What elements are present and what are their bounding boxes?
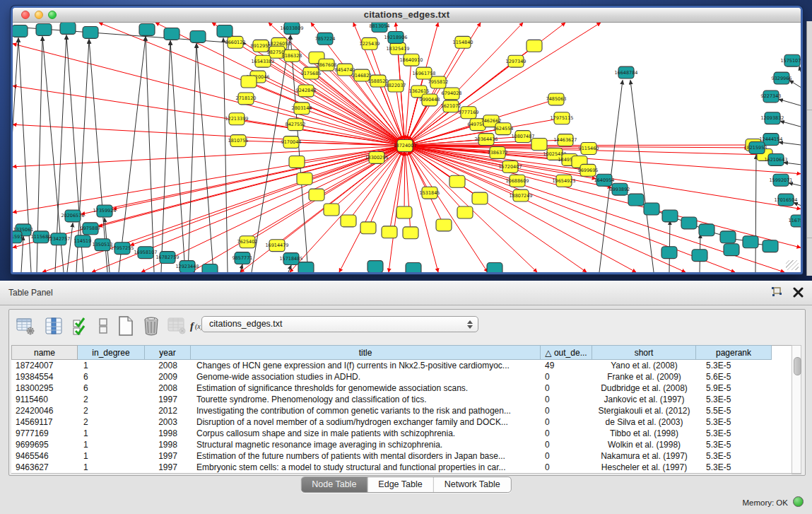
cell[interactable]: 0 bbox=[541, 439, 592, 450]
graph-node[interactable] bbox=[487, 263, 502, 272]
graph-node[interactable] bbox=[13, 25, 28, 37]
show-columns-icon[interactable] bbox=[43, 315, 64, 337]
cell[interactable]: 0 bbox=[541, 394, 592, 405]
cell[interactable]: 1997 bbox=[145, 450, 191, 462]
graph-node[interactable] bbox=[289, 156, 305, 168]
column-header-pagerank[interactable]: pagerank bbox=[696, 345, 772, 360]
graph-node[interactable] bbox=[367, 261, 383, 272]
cell[interactable]: Dudbridge et al. (2008) bbox=[592, 382, 696, 394]
cell[interactable]: 9777169 bbox=[11, 428, 78, 439]
cell[interactable]: 0 bbox=[541, 416, 592, 428]
cell[interactable]: 18724007 bbox=[11, 360, 78, 371]
cell[interactable]: 18300295 bbox=[11, 382, 78, 394]
cell[interactable]: 0 bbox=[541, 371, 592, 382]
graph-node[interactable] bbox=[449, 175, 465, 187]
cell[interactable]: 5.3E-5 bbox=[696, 462, 772, 473]
cell[interactable]: 9699695 bbox=[11, 439, 78, 450]
cell[interactable]: de Silva et al. (2003) bbox=[592, 416, 696, 428]
graph-node[interactable] bbox=[531, 139, 547, 151]
select-rows-icon[interactable] bbox=[70, 315, 91, 337]
cell[interactable]: 5.3E-5 bbox=[696, 394, 772, 405]
graph-node[interactable] bbox=[457, 206, 473, 218]
graph-node[interactable] bbox=[241, 76, 257, 88]
graph-node[interactable] bbox=[743, 236, 758, 248]
table-row[interactable]: 1830029562008Estimation of significance … bbox=[11, 382, 792, 394]
cell[interactable]: 2003 bbox=[145, 416, 191, 428]
network-canvas[interactable]: 1872400718300295866012389129551822605898… bbox=[13, 23, 801, 272]
network-graph[interactable]: 1872400718300295866012389129551822605898… bbox=[13, 23, 801, 272]
cell[interactable]: Nakamura et al. (1997) bbox=[592, 450, 696, 462]
graph-node[interactable] bbox=[681, 217, 697, 229]
cell[interactable]: 0 bbox=[541, 405, 592, 416]
cell[interactable]: 2008 bbox=[145, 360, 191, 371]
column-header-in-degree[interactable]: in_degree bbox=[78, 345, 145, 360]
cell[interactable]: Estimation of significance thresholds fo… bbox=[191, 382, 541, 394]
graph-node[interactable] bbox=[164, 28, 180, 40]
cell[interactable]: Wolkin et al. (1998) bbox=[592, 439, 696, 450]
cell[interactable]: Stergiakouli et al. (2012) bbox=[592, 405, 696, 416]
cell[interactable]: Genome-wide association studies in ADHD. bbox=[191, 371, 541, 382]
cell[interactable]: 2009 bbox=[145, 371, 191, 382]
cell[interactable]: 1998 bbox=[145, 439, 191, 450]
column-header-out-de-[interactable]: △ out_de... bbox=[541, 345, 592, 360]
cell[interactable]: 5.9E-5 bbox=[696, 382, 772, 394]
graph-node[interactable] bbox=[644, 203, 659, 215]
graph-node[interactable] bbox=[472, 192, 488, 204]
table-panel-header[interactable]: Table Panel bbox=[0, 281, 812, 305]
table-vertical-scrollbar[interactable] bbox=[792, 345, 801, 474]
table-row[interactable]: 1872400712008Changes of HCN gene express… bbox=[11, 360, 792, 371]
cell[interactable]: 2012 bbox=[145, 405, 191, 416]
cell[interactable]: 9463627 bbox=[11, 462, 78, 473]
table-row[interactable]: 946554611997Estimation of the future num… bbox=[11, 450, 792, 462]
cell[interactable]: Yano et al. (2008) bbox=[592, 360, 696, 371]
table-row[interactable]: 977716911998Corpus callosum shape and si… bbox=[11, 428, 792, 439]
graph-node[interactable] bbox=[190, 30, 206, 42]
graph-node[interactable] bbox=[436, 219, 452, 231]
graph-node[interactable] bbox=[341, 215, 356, 227]
cell[interactable]: 2 bbox=[78, 405, 145, 416]
cell[interactable]: 2 bbox=[78, 416, 145, 428]
window-resize-grip[interactable] bbox=[786, 260, 799, 270]
cell[interactable]: 2 bbox=[78, 394, 145, 405]
table-selector-dropdown[interactable]: citations_edges.txt bbox=[201, 316, 478, 332]
tab-node-table[interactable]: Node Table bbox=[301, 477, 367, 492]
cell[interactable]: Hescheler et al. (1997) bbox=[592, 462, 696, 473]
graph-node[interactable] bbox=[139, 23, 155, 35]
cell[interactable]: Franke et al. (2009) bbox=[592, 371, 696, 382]
column-header-short[interactable]: short bbox=[592, 345, 696, 360]
graph-node[interactable] bbox=[403, 227, 418, 239]
column-header-title[interactable]: title bbox=[191, 345, 541, 360]
table-row[interactable]: 2242004622012Investigating the contribut… bbox=[11, 405, 792, 416]
graph-node[interactable] bbox=[60, 23, 76, 34]
cell[interactable]: Changes of HCN gene expression and I(f) … bbox=[191, 360, 541, 371]
cell[interactable]: 1997 bbox=[145, 462, 191, 473]
graph-node[interactable] bbox=[662, 210, 678, 222]
tab-network-table[interactable]: Network Table bbox=[433, 477, 511, 492]
graph-node[interactable] bbox=[382, 226, 397, 238]
graph-node[interactable] bbox=[628, 194, 644, 206]
cell[interactable]: 0 bbox=[541, 462, 592, 473]
cell[interactable]: 1 bbox=[78, 462, 145, 473]
cell[interactable]: 49 bbox=[541, 360, 592, 371]
graph-node[interactable] bbox=[396, 206, 412, 218]
cell[interactable]: Disruption of a novel member of a sodium… bbox=[191, 416, 541, 428]
cell[interactable]: 6 bbox=[78, 382, 145, 394]
graph-node[interactable] bbox=[202, 264, 218, 272]
cell[interactable]: Investigating the contribution of common… bbox=[191, 405, 541, 416]
cell[interactable]: 22420046 bbox=[11, 405, 78, 416]
cell[interactable]: 5.3E-5 bbox=[696, 428, 772, 439]
cell[interactable]: Estimation of the future numbers of pati… bbox=[191, 450, 541, 462]
window-titlebar[interactable]: citations_edges.txt bbox=[13, 8, 801, 23]
cell[interactable]: 1 bbox=[78, 360, 145, 371]
cell[interactable]: 1 bbox=[78, 428, 145, 439]
cell[interactable]: 9115460 bbox=[11, 394, 78, 405]
graph-node[interactable] bbox=[699, 224, 714, 236]
cell[interactable]: 5.5E-5 bbox=[696, 405, 772, 416]
graph-node[interactable] bbox=[360, 222, 376, 234]
network-window[interactable]: citations_edges.txt 18724007183002958660… bbox=[11, 6, 803, 274]
tab-edge-table[interactable]: Edge Table bbox=[367, 477, 433, 492]
column-header-year[interactable]: year bbox=[145, 345, 191, 360]
graph-node[interactable] bbox=[298, 262, 314, 272]
graph-node[interactable] bbox=[83, 26, 98, 38]
row-height-icon[interactable] bbox=[93, 315, 114, 337]
